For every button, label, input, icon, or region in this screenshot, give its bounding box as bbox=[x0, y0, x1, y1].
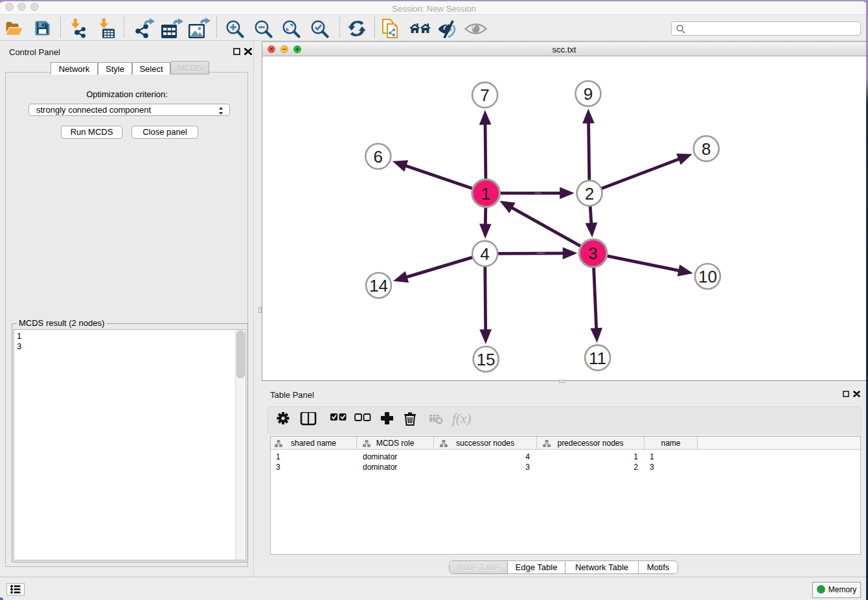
svg-text:1: 1 bbox=[481, 184, 490, 203]
svg-text:11: 11 bbox=[589, 349, 606, 368]
svg-text:7: 7 bbox=[480, 86, 489, 105]
svg-text:8: 8 bbox=[702, 139, 711, 159]
svg-text:4: 4 bbox=[480, 244, 489, 264]
svg-text:6: 6 bbox=[374, 147, 383, 167]
svg-text:2: 2 bbox=[585, 184, 594, 203]
svg-text:15: 15 bbox=[477, 350, 496, 369]
svg-text:f(x): f(x) bbox=[452, 412, 471, 426]
svg-text:10: 10 bbox=[698, 267, 717, 286]
svg-text:3: 3 bbox=[588, 244, 597, 263]
svg-text:14: 14 bbox=[369, 276, 388, 295]
svg-text:9: 9 bbox=[584, 84, 593, 104]
